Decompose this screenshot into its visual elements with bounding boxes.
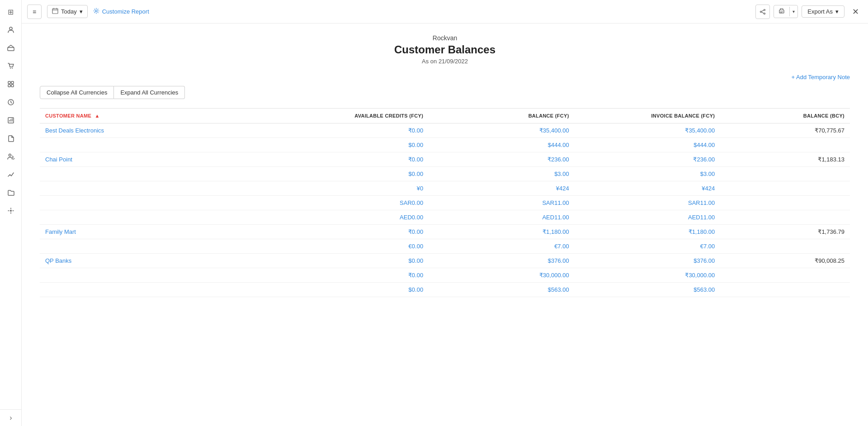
folder-icon[interactable] xyxy=(3,185,19,201)
balance-bcy-cell xyxy=(720,138,850,152)
sub-currency-row: ₹0.00₹30,000.00₹30,000.00 xyxy=(40,268,850,283)
customer-name-cell[interactable]: Family Mart xyxy=(40,225,283,239)
sub-currency-row: SAR0.00SAR11.00SAR11.00 xyxy=(40,196,850,210)
invoice-balance-cell: $444.00 xyxy=(575,138,721,152)
currency-buttons: Collapse All Currencies Expand All Curre… xyxy=(40,86,850,99)
invoice-balance-cell: AED11.00 xyxy=(575,210,721,225)
credits-cell: $0.00 xyxy=(283,283,429,297)
close-button[interactable]: ✕ xyxy=(848,5,863,19)
credits-cell: SAR0.00 xyxy=(283,196,429,210)
svg-rect-6 xyxy=(8,85,10,87)
sub-currency-row: AED0.00AED11.00AED11.00 xyxy=(40,210,850,225)
balance-bcy-cell: ₹1,183.13 xyxy=(720,152,850,167)
invoice-balance-cell: €7.00 xyxy=(575,239,721,254)
shopping-icon[interactable] xyxy=(3,58,19,74)
print-button[interactable] xyxy=(774,5,789,18)
expand-sidebar-btn[interactable]: › xyxy=(0,410,22,426)
balance-bcy-cell: ₹1,736.79 xyxy=(720,225,850,239)
balance-bcy-cell xyxy=(720,239,850,254)
invoice-balance-cell: SAR11.00 xyxy=(575,196,721,210)
balance-bcy-cell xyxy=(720,181,850,196)
balance-fcy-cell: $444.00 xyxy=(429,138,575,152)
balance-fcy-cell: AED11.00 xyxy=(429,210,575,225)
customer-row: Best Deals Electronics₹0.00₹35,400.00₹35… xyxy=(40,123,850,138)
balance-bcy-cell xyxy=(720,268,850,283)
date-selector[interactable]: Today ▾ xyxy=(47,5,88,18)
report-date: As on 21/09/2022 xyxy=(40,58,850,65)
report-title: Customer Balances xyxy=(40,43,850,56)
invoice-balance-cell: ¥424 xyxy=(575,181,721,196)
svg-rect-1 xyxy=(8,47,14,51)
credits-cell: $0.00 xyxy=(283,254,429,268)
export-label: Export As xyxy=(807,8,833,15)
customer-name-cell xyxy=(40,210,283,225)
topbar: ≡ Today ▾ Customize Report ▾ xyxy=(22,0,868,24)
balance-fcy-cell: ₹30,000.00 xyxy=(429,268,575,283)
invoice-balance-cell: ₹30,000.00 xyxy=(575,268,721,283)
export-button[interactable]: Export As ▾ xyxy=(802,5,844,18)
close-icon: ✕ xyxy=(852,7,859,17)
accountant-icon[interactable] xyxy=(3,148,19,165)
share-button[interactable] xyxy=(755,5,770,19)
svg-point-10 xyxy=(9,154,11,156)
balance-bcy-cell xyxy=(720,283,850,297)
balance-bcy-cell: ₹70,775.67 xyxy=(720,123,850,138)
balance-bcy-cell xyxy=(720,210,850,225)
balance-fcy-header: BALANCE (FCY) xyxy=(429,109,575,123)
customer-name-cell xyxy=(40,283,283,297)
customer-name-cell[interactable]: QP Banks xyxy=(40,254,283,268)
balance-fcy-cell: ₹35,400.00 xyxy=(429,123,575,138)
report-header: Rockvan Customer Balances As on 21/09/20… xyxy=(40,34,850,65)
credits-cell: ₹0.00 xyxy=(283,152,429,167)
balance-bcy-cell: ₹90,008.25 xyxy=(720,254,850,268)
home-icon[interactable]: ⊞ xyxy=(3,4,19,20)
svg-point-15 xyxy=(760,11,762,12)
customize-report-button[interactable]: Customize Report xyxy=(93,8,149,15)
sub-currency-row: $0.00$444.00$444.00 xyxy=(40,138,850,152)
customer-balances-table: CUSTOMER NAME ▲ AVAILABLE CREDITS (FCY) … xyxy=(40,108,850,297)
integrations-icon[interactable] xyxy=(3,203,19,219)
items-icon[interactable] xyxy=(3,76,19,92)
svg-point-16 xyxy=(764,13,765,14)
customer-name-cell[interactable]: Chai Point xyxy=(40,152,283,167)
expand-currencies-button[interactable]: Expand All Currencies xyxy=(114,86,185,99)
balance-fcy-cell: ₹1,180.00 xyxy=(429,225,575,239)
balance-bcy-header: BALANCE (BCY) xyxy=(720,109,850,123)
balance-fcy-cell: ₹236.00 xyxy=(429,152,575,167)
add-note-button[interactable]: + Add Temporary Note xyxy=(792,74,850,80)
sort-arrow-icon: ▲ xyxy=(94,113,99,118)
invoice-balance-cell: $563.00 xyxy=(575,283,721,297)
banking-icon[interactable] xyxy=(3,40,19,56)
add-note-label: + Add Temporary Note xyxy=(792,74,850,80)
print-dropdown-button[interactable]: ▾ xyxy=(789,7,797,16)
balance-fcy-cell: $376.00 xyxy=(429,254,575,268)
customer-name-cell xyxy=(40,167,283,181)
customer-row: QP Banks$0.00$376.00$376.00₹90,008.25 xyxy=(40,254,850,268)
customer-row: Chai Point₹0.00₹236.00₹236.00₹1,183.13 xyxy=(40,152,850,167)
topbar-actions: ▾ Export As ▾ ✕ xyxy=(755,5,863,19)
invoice-balance-cell: ₹35,400.00 xyxy=(575,123,721,138)
svg-rect-5 xyxy=(11,81,14,84)
svg-point-14 xyxy=(764,9,765,10)
balance-fcy-cell: $563.00 xyxy=(429,283,575,297)
balance-fcy-cell: ¥424 xyxy=(429,181,575,196)
sub-currency-row: ¥0¥424¥424 xyxy=(40,181,850,196)
svg-point-0 xyxy=(9,27,12,30)
credits-cell: ₹0.00 xyxy=(283,123,429,138)
customer-name-cell[interactable]: Best Deals Electronics xyxy=(40,123,283,138)
balance-fcy-cell: SAR11.00 xyxy=(429,196,575,210)
analytics-icon[interactable] xyxy=(3,166,19,183)
export-arrow-icon: ▾ xyxy=(835,8,839,15)
svg-rect-4 xyxy=(8,81,10,84)
credits-cell: ₹0.00 xyxy=(283,225,429,239)
time-icon[interactable] xyxy=(3,94,19,110)
contacts-icon[interactable] xyxy=(3,22,19,38)
documents-icon[interactable] xyxy=(3,130,19,147)
balance-fcy-cell: €7.00 xyxy=(429,239,575,254)
hamburger-button[interactable]: ≡ xyxy=(27,5,42,19)
customer-name-cell xyxy=(40,138,283,152)
balance-bcy-cell xyxy=(720,196,850,210)
reports-icon[interactable] xyxy=(3,112,19,128)
company-name: Rockvan xyxy=(40,34,850,42)
collapse-currencies-button[interactable]: Collapse All Currencies xyxy=(40,86,114,99)
